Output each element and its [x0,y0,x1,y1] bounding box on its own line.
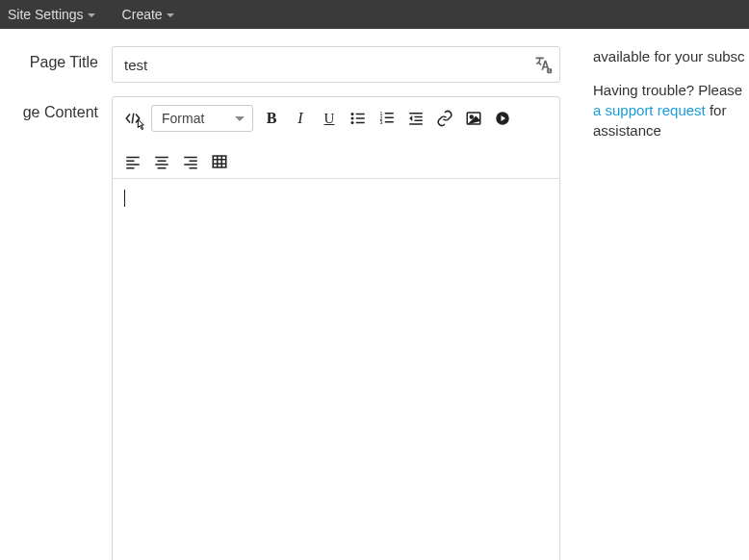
table-button[interactable] [209,151,230,172]
format-select-label: Format [162,111,204,126]
italic-button[interactable]: I [290,108,311,129]
svg-rect-33 [190,161,197,163]
code-view-button[interactable] [122,108,143,129]
svg-rect-10 [385,113,394,115]
bold-button[interactable]: B [261,108,282,129]
site-settings-label: Site Settings [8,7,84,22]
svg-rect-16 [415,116,423,118]
align-right-button[interactable] [180,151,201,172]
video-button[interactable] [492,108,513,129]
chevron-down-icon [167,13,174,17]
svg-rect-15 [409,113,423,115]
svg-rect-24 [126,157,140,159]
svg-point-21 [470,115,473,118]
svg-rect-8 [356,122,365,124]
svg-text:3: 3 [380,119,383,125]
svg-rect-26 [126,164,140,165]
svg-rect-29 [158,161,167,163]
rich-text-editor: Format B I U 123 [112,96,560,560]
create-menu[interactable]: Create [122,7,174,22]
create-label: Create [122,7,163,22]
link-button[interactable] [434,108,455,129]
svg-rect-36 [213,156,226,167]
chevron-down-icon [88,13,95,17]
svg-rect-6 [356,117,365,119]
chevron-down-icon [235,116,245,121]
help-sidebar: available for your subsc Having trouble?… [578,46,749,560]
text-cursor [124,190,125,207]
page-title-input[interactable] [112,46,560,83]
support-request-link[interactable]: a support request [593,102,706,118]
page-title-label: Page Title [0,46,112,71]
svg-point-3 [351,113,354,115]
format-select[interactable]: Format [151,105,253,132]
editor-content-area[interactable] [113,179,559,560]
outdent-button[interactable] [405,108,426,129]
help-text-line1: available for your subsc [593,46,749,66]
svg-rect-35 [190,167,197,169]
svg-rect-12 [385,117,394,119]
underline-button[interactable]: U [319,108,340,129]
numbered-list-button[interactable]: 123 [376,108,398,129]
svg-rect-28 [155,157,168,159]
svg-rect-18 [409,123,423,125]
svg-rect-4 [356,114,365,115]
top-nav-bar: Site Settings Create [0,0,749,29]
align-center-button[interactable] [151,151,172,172]
editor-toolbar: Format B I U 123 [113,97,559,179]
svg-rect-34 [184,164,197,165]
svg-point-7 [351,121,354,124]
image-button[interactable] [463,108,484,129]
bullet-list-button[interactable] [348,108,369,129]
align-left-button[interactable] [122,151,143,172]
svg-rect-31 [158,167,167,169]
svg-rect-32 [184,157,197,159]
svg-rect-30 [155,164,168,165]
svg-rect-14 [385,121,394,123]
svg-rect-25 [126,161,134,163]
site-settings-menu[interactable]: Site Settings [8,7,95,22]
svg-point-5 [351,117,354,120]
svg-marker-19 [409,115,412,121]
svg-rect-17 [415,120,423,122]
translate-icon[interactable]: 1 [533,55,553,74]
help-text-line2: Having trouble? Please a support request… [593,80,749,140]
svg-rect-27 [126,167,134,169]
svg-line-2 [132,114,134,124]
page-content-label: ge Content [0,96,112,121]
